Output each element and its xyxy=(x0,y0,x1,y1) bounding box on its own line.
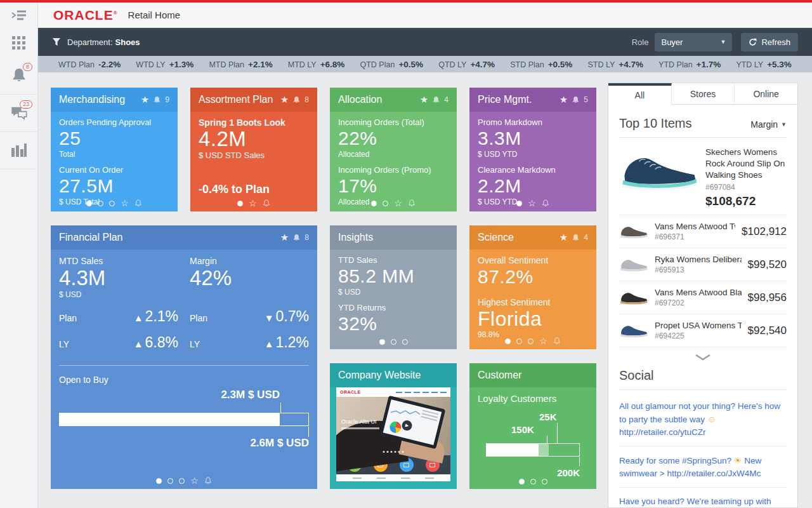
tile-customer[interactable]: Customer Loyalty Customers 25K 150K 200K xyxy=(469,363,596,489)
gauge-bar xyxy=(59,413,309,426)
dashboard-tiles: Merchandising ★ 9 Orders Pending Approva… xyxy=(51,88,596,489)
tile-assortment-plan[interactable]: Assortment Plan ★ 8 Spring 1 Boots Look … xyxy=(190,88,317,211)
pager-dot[interactable] xyxy=(528,338,534,344)
tile-insights[interactable]: Insights TTD Sales 85.2 MM $ USD YTD Ret… xyxy=(330,225,457,349)
tile-title: Financial Plan xyxy=(59,232,123,243)
pager-dot[interactable] xyxy=(519,479,525,485)
pager-dot[interactable] xyxy=(371,201,377,206)
metric-sub: Total xyxy=(59,150,169,159)
favorite-star-icon[interactable]: ★ xyxy=(420,94,428,105)
sidebar-notifications[interactable]: 8 xyxy=(0,57,37,95)
favorite-star-icon[interactable]: ★ xyxy=(560,94,568,105)
shoe-image xyxy=(619,322,648,340)
pager-dot[interactable] xyxy=(109,201,115,206)
sidebar-reports[interactable] xyxy=(0,132,37,170)
sidebar-messages[interactable]: 23 xyxy=(0,95,37,132)
tab-all[interactable]: All xyxy=(608,83,672,105)
favorite-star-icon[interactable]: ★ xyxy=(280,232,289,243)
gauge-label: Open to Buy xyxy=(59,375,309,385)
pager-dot[interactable] xyxy=(391,339,396,345)
favorite-star-icon[interactable]: ★ xyxy=(141,94,149,105)
pager-dot[interactable] xyxy=(237,201,243,206)
pager-star-icon[interactable]: ☆ xyxy=(249,200,257,206)
delta-row: Plan ▲2.1% xyxy=(59,308,178,325)
gauge-tick xyxy=(579,457,580,466)
social-title: Social xyxy=(619,368,653,383)
pager-bell-icon[interactable] xyxy=(134,199,142,207)
alert-bell-icon[interactable] xyxy=(432,96,440,104)
pager-dot[interactable] xyxy=(530,479,536,485)
notifications-badge: 8 xyxy=(23,63,32,71)
alert-bell-icon[interactable] xyxy=(292,96,301,104)
tile-company-website[interactable]: Company Website ORACLE ▶ Oracle Alta UI xyxy=(330,363,457,489)
tile-allocation[interactable]: Allocation ★ 4 Incoming Orders (Total) 2… xyxy=(330,88,457,211)
pager-dot[interactable] xyxy=(505,338,511,344)
tile-merchandising[interactable]: Merchandising ★ 9 Orders Pending Approva… xyxy=(51,88,178,211)
sort-dropdown[interactable]: Margin ▼ xyxy=(750,119,787,130)
pager-dot[interactable] xyxy=(402,339,408,345)
favorite-star-icon[interactable]: ★ xyxy=(560,232,568,243)
metric-value: 42% xyxy=(190,266,309,290)
pager-bell-icon[interactable] xyxy=(204,477,212,485)
divider xyxy=(619,389,787,390)
metric-sub: $ USD YTD xyxy=(478,150,588,159)
pager-dot[interactable] xyxy=(156,478,162,484)
top-item-row[interactable]: Skechers Womens Rock Around Slip On Walk… xyxy=(619,138,787,215)
alert-count: 4 xyxy=(584,233,588,242)
show-more[interactable] xyxy=(619,347,787,362)
pager-dot[interactable] xyxy=(542,479,547,485)
pager-star-icon[interactable]: ☆ xyxy=(190,478,199,484)
pager-dot[interactable] xyxy=(379,339,385,345)
pager-bell-icon[interactable] xyxy=(553,337,561,345)
pager-dot[interactable] xyxy=(167,478,173,484)
department-filter[interactable]: Department:Shoes xyxy=(67,37,140,47)
pager-dot[interactable] xyxy=(179,478,185,484)
pager-star-icon[interactable]: ☆ xyxy=(394,200,402,206)
sidebar-drawer-toggle[interactable] xyxy=(0,3,37,28)
refresh-button[interactable]: Refresh xyxy=(741,33,798,51)
alert-bell-icon[interactable] xyxy=(153,96,161,104)
item-name: Vans Mens Atwood Two ... xyxy=(655,222,735,231)
top-item-row[interactable]: Propet USA Womens Tra... #694225 $92,540 xyxy=(619,314,787,347)
alert-bell-icon[interactable] xyxy=(292,234,301,242)
arrow-up-icon: ▲ xyxy=(265,338,274,349)
pager-bell-icon[interactable] xyxy=(542,199,549,207)
gauge-marker-value: 2.3M $ USD xyxy=(221,389,280,401)
social-post[interactable]: Have you heard? We're teaming up with @T… xyxy=(619,488,787,508)
pager-dot[interactable] xyxy=(383,201,388,206)
alert-bell-icon[interactable] xyxy=(572,96,580,104)
tile-financial-plan[interactable]: Financial Plan ★ 8 MTD Sales 4.3M $ USD … xyxy=(51,225,317,489)
alert-bell-icon[interactable] xyxy=(572,234,580,242)
metric-value: Florida xyxy=(478,307,588,330)
right-panel: All Stores Online Top 10 Items Margin ▼ xyxy=(608,83,798,508)
website-preview: ORACLE ▶ Oracle Alta UI xyxy=(336,387,450,481)
sidebar-apps[interactable] xyxy=(0,28,37,57)
top-item-row[interactable]: Ryka Womens Deliberat... #695913 $99,520 xyxy=(619,248,787,281)
social-feed: All out glamour not your thing? Here's h… xyxy=(619,392,787,508)
pager-dot[interactable] xyxy=(516,338,522,344)
channel-tabs: All Stores Online xyxy=(608,83,797,105)
top-item-row[interactable]: Vans Mens Atwood Two ... #696371 $102,91… xyxy=(619,215,787,248)
tab-stores[interactable]: Stores xyxy=(672,83,735,105)
role-dropdown[interactable]: Buyer ▼ xyxy=(655,33,732,51)
tile-science[interactable]: Science ★ 4 Overall Sentiment 87.2% High… xyxy=(469,225,596,349)
pager-dot[interactable] xyxy=(98,201,103,206)
metric-value: 85.2 MM xyxy=(338,265,449,288)
metric-ytd-ly: YTD LY+5.3% xyxy=(736,60,792,69)
favorite-star-icon[interactable]: ★ xyxy=(280,94,289,105)
pager-star-icon[interactable]: ☆ xyxy=(528,200,536,206)
tab-online[interactable]: Online xyxy=(735,83,797,105)
pager-star-icon[interactable]: ☆ xyxy=(121,200,129,206)
pager-dot[interactable] xyxy=(86,201,92,206)
pager-bell-icon[interactable] xyxy=(263,199,270,207)
pager-star-icon[interactable]: ☆ xyxy=(539,338,547,344)
sun-emoji: ☀ xyxy=(734,455,742,465)
tile-price-mgmt[interactable]: Price Mgmt. ★ 5 Promo Markdown 3.3M $ US… xyxy=(469,88,596,211)
top-item-row[interactable]: Vans Mens Atwood Blac... #697202 $98,956 xyxy=(619,281,787,314)
social-post[interactable]: All out glamour not your thing? Here's h… xyxy=(619,392,787,446)
pager-bell-icon[interactable] xyxy=(408,199,416,207)
metric-value: 4.3M xyxy=(59,266,178,290)
item-id: #697202 xyxy=(655,298,742,307)
pager-dot[interactable] xyxy=(516,201,522,206)
social-post[interactable]: Ready for some #SpringSun? ☀ New swimwea… xyxy=(619,446,787,488)
